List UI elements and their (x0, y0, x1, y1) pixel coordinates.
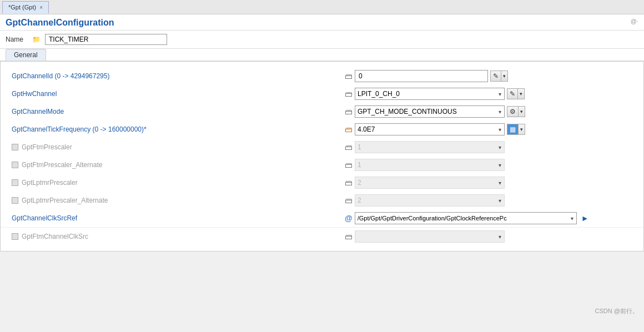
name-input[interactable] (45, 34, 167, 45)
tab-bar: *Gpt (Gpt) × (0, 0, 644, 14)
table-row: GptLptmrPrescaler 🗃 2 (1, 174, 643, 192)
table-row: GptChannelId (0 -> 4294967295) 🗃 ✎ ▾ (1, 67, 643, 85)
lptmr-prescaler-checkbox[interactable] (12, 179, 18, 186)
ftm-prescaler-db-icon: 🗃 (345, 143, 353, 152)
channel-mode-settings-icon[interactable]: ⚙ (507, 106, 518, 117)
hw-channel-select[interactable]: LPIT_0_CH_0 (355, 88, 505, 100)
tab-close-button[interactable]: × (39, 4, 43, 11)
table-row: GptLptmrPrescaler_Alternate 🗃 2 (1, 192, 643, 209)
channel-id-label: GptChannelId (0 -> 4294967295) (12, 72, 345, 80)
lptmr-prescaler-db-icon: 🗃 (345, 178, 353, 187)
channel-mode-dropdown-arrow[interactable]: ▾ (518, 106, 525, 117)
channel-id-action-btn[interactable]: ✎ ▾ (490, 71, 508, 82)
lptmr-prescaler-alt-checkbox[interactable] (12, 197, 18, 204)
clk-src-ref-select-wrapper: /Gpt/Gpt/GptDriverConfiguration/GptClock… (355, 212, 577, 224)
channel-id-dropdown-arrow[interactable]: ▾ (501, 71, 508, 82)
tick-freq-db-icon: 🗃 (345, 125, 353, 134)
ftm-prescaler-alt-text: GptFtmPrescaler_Alternate (22, 161, 102, 169)
ftm-prescaler-alt-db-icon: 🗃 (345, 160, 353, 169)
gpt-tab[interactable]: *Gpt (Gpt) × (2, 1, 49, 13)
hw-channel-pencil-icon[interactable]: ✎ (507, 88, 517, 99)
name-row: Name 📁 (0, 31, 644, 49)
section-tabs: General (0, 49, 644, 61)
table-row: GptChannelClkSrcRef @ /Gpt/Gpt/GptDriver… (1, 209, 643, 227)
ftm-prescaler-label: GptFtmPrescaler (12, 143, 345, 151)
ftm-prescaler-alt-checkbox[interactable] (12, 162, 18, 168)
table-row: GptFtmPrescaler_Alternate 🗃 1 (1, 156, 643, 174)
hw-channel-value: 🗃 LPIT_0_CH_0 ✎ ▾ (345, 88, 632, 100)
lptmr-prescaler-value: 🗃 2 (345, 177, 632, 189)
lptmr-prescaler-select: 2 (355, 177, 505, 189)
tab-label: *Gpt (Gpt) (8, 4, 36, 11)
tick-freq-action-btn[interactable]: ▦ ▾ (507, 124, 525, 135)
channel-id-text: GptChannelId (0 -> 4294967295) (12, 72, 109, 80)
channel-mode-text: GptChannelMode (12, 108, 64, 115)
channel-mode-select-wrapper: GPT_CH_MODE_CONTINUOUS (355, 105, 505, 118)
channel-id-db-icon: 🗃 (345, 72, 353, 81)
clk-src-ref-value: @ /Gpt/Gpt/GptDriverConfiguration/GptClo… (345, 212, 632, 224)
channel-mode-db-icon: 🗃 (345, 107, 353, 116)
channel-mode-select[interactable]: GPT_CH_MODE_CONTINUOUS (355, 105, 505, 118)
table-row: GptChannelMode 🗃 GPT_CH_MODE_CONTINUOUS … (1, 103, 643, 120)
ftm-channel-clk-src-label: GptFtmChannelClkSrc (12, 233, 345, 240)
ftm-prescaler-text: GptFtmPrescaler (22, 143, 72, 151)
config-table: GptChannelId (0 -> 4294967295) 🗃 ✎ ▾ Gpt… (0, 61, 644, 251)
ftm-prescaler-alt-label: GptFtmPrescaler_Alternate (12, 161, 345, 169)
tick-freq-select-wrapper: 4.0E7 (355, 123, 505, 135)
ftm-channel-clk-src-select (355, 230, 505, 243)
lptmr-prescaler-alt-label: GptLptmrPrescaler_Alternate (12, 197, 345, 204)
channel-mode-label: GptChannelMode (12, 108, 345, 115)
page-header: @· GptChannelConfiguration (0, 14, 644, 31)
ftm-channel-clk-src-select-wrapper (355, 230, 505, 243)
ftm-prescaler-value: 🗃 1 (345, 141, 632, 153)
ftm-channel-clk-src-checkbox[interactable] (12, 233, 18, 240)
ftm-prescaler-select: 1 (355, 141, 505, 153)
channel-id-value: 🗃 ✎ ▾ (345, 70, 632, 82)
table-row: GptFtmPrescaler 🗃 1 (1, 138, 643, 156)
name-label: Name (6, 36, 28, 43)
page-title: GptChannelConfiguration (6, 18, 638, 28)
lptmr-prescaler-select-wrapper: 2 (355, 177, 505, 189)
ftm-channel-clk-src-db-icon: 🗃 (345, 232, 353, 241)
lptmr-prescaler-label: GptLptmrPrescaler (12, 179, 345, 187)
lptmr-prescaler-text: GptLptmrPrescaler (22, 179, 78, 187)
general-tab[interactable]: General (6, 49, 46, 61)
lptmr-prescaler-alt-value: 🗃 2 (345, 194, 632, 207)
ftm-prescaler-alt-select: 1 (355, 159, 505, 171)
lptmr-prescaler-alt-db-icon: 🗃 (345, 196, 353, 205)
ftm-prescaler-select-wrapper: 1 (355, 141, 505, 153)
table-row: GptFtmChannelClkSrc 🗃 (1, 227, 643, 245)
ftm-channel-clk-src-value: 🗃 (345, 230, 632, 243)
tick-freq-label: GptChannelTickFrequency (0 -> 160000000)… (12, 125, 345, 133)
ftm-prescaler-checkbox[interactable] (12, 144, 18, 150)
clk-src-ref-arrow-icon[interactable]: ► (581, 214, 589, 223)
tick-freq-select[interactable]: 4.0E7 (355, 123, 505, 135)
clk-src-ref-at-icon: @ (345, 214, 353, 223)
hw-channel-db-icon: 🗃 (345, 89, 353, 98)
tick-freq-dropdown-arrow[interactable]: ▾ (518, 124, 525, 135)
tick-freq-value: 🗃 4.0E7 ▦ ▾ (345, 123, 632, 135)
header-at: @· (631, 18, 638, 24)
clk-src-ref-label: GptChannelClkSrcRef (12, 214, 345, 222)
tick-freq-text: GptChannelTickFrequency (0 -> 160000000)… (12, 125, 147, 133)
hw-channel-action-btn[interactable]: ✎ ▾ (507, 88, 525, 99)
channel-id-pencil-icon[interactable]: ✎ (490, 71, 501, 82)
clk-src-ref-text: GptChannelClkSrcRef (12, 214, 77, 222)
ftm-channel-clk-src-text: GptFtmChannelClkSrc (22, 233, 88, 240)
channel-mode-action-btn[interactable]: ⚙ ▾ (507, 106, 525, 117)
channel-id-input[interactable] (355, 70, 488, 82)
ftm-prescaler-alt-select-wrapper: 1 (355, 159, 505, 171)
table-row: GptChannelTickFrequency (0 -> 160000000)… (1, 120, 643, 138)
hw-channel-label: GptHwChannel (12, 90, 345, 98)
name-folder-icon: 📁 (32, 36, 41, 43)
hw-channel-select-wrapper: LPIT_0_CH_0 (355, 88, 505, 100)
table-row: GptHwChannel 🗃 LPIT_0_CH_0 ✎ ▾ (1, 85, 643, 103)
clk-src-ref-select[interactable]: /Gpt/Gpt/GptDriverConfiguration/GptClock… (355, 212, 577, 224)
tick-freq-grid-icon[interactable]: ▦ (507, 124, 518, 135)
lptmr-prescaler-alt-select-wrapper: 2 (355, 194, 505, 207)
hw-channel-dropdown-arrow[interactable]: ▾ (517, 88, 525, 99)
lptmr-prescaler-alt-text: GptLptmrPrescaler_Alternate (22, 197, 108, 204)
hw-channel-text: GptHwChannel (12, 90, 57, 98)
ftm-prescaler-alt-value: 🗃 1 (345, 159, 632, 171)
lptmr-prescaler-alt-select: 2 (355, 194, 505, 207)
